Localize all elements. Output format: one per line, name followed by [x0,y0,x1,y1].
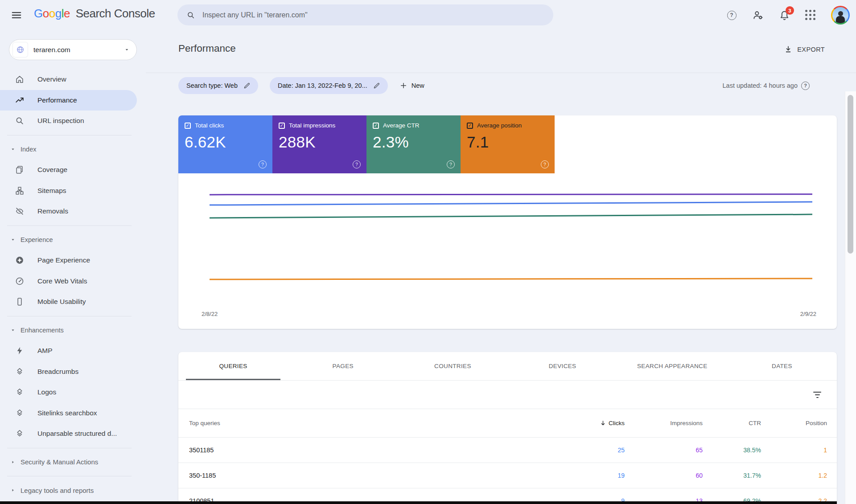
dimension-tabs: QUERIES PAGES COUNTRIES DEVICES SEARCH A… [178,352,837,381]
google-apps-button[interactable] [805,9,816,21]
export-button[interactable]: EXPORT [784,45,825,54]
performance-line-chart[interactable] [210,183,812,307]
url-inspect-input[interactable]: Inspect any URL in "teraren.com" [177,4,553,25]
tab-search-appearance[interactable]: SEARCH APPEARANCE [617,352,727,380]
column-header-ctr[interactable]: CTR [703,420,761,426]
clicks-cell: 25 [518,447,625,454]
date-range-chip[interactable]: Date: Jan 13, 2022-Feb 9, 20... [270,77,388,94]
table-row[interactable]: 3501185 25 65 38.5% 1 [178,438,837,463]
tab-queries[interactable]: QUERIES [178,352,288,380]
sidebar-section-index[interactable]: Index [0,139,137,160]
sidebar-item-unparsable-structured-data[interactable]: Unparsable structured d... [0,423,137,444]
divider [7,448,132,448]
sidebar-section-enhancements[interactable]: Enhancements [0,320,137,341]
sidebar-item-url-inspection[interactable]: URL inspection [0,111,137,131]
checkbox-checked-icon[interactable]: ✓ [373,123,379,129]
table-row[interactable]: 350-1185 19 60 31.7% 1.2 [178,463,837,488]
sidebar-item-label: URL inspection [37,117,84,125]
metric-value: 6.62K [185,133,266,151]
sidebar-item-coverage[interactable]: Coverage [0,160,137,180]
logo-suffix: Search Console [76,7,155,20]
impressions-cell: 60 [625,472,703,479]
tab-label: DEVICES [549,363,576,369]
help-icon[interactable]: ? [353,160,361,168]
table-filter-button[interactable] [812,390,822,400]
sidebar-item-overview[interactable]: Overview [0,69,137,90]
page-experience-icon [15,255,25,265]
column-header-top-queries[interactable]: Top queries [189,420,518,426]
sidebar-item-logos[interactable]: Logos [0,382,137,403]
sidebar-item-mobile-usability[interactable]: Mobile Usability [0,291,137,312]
filter-bar: Search type: Web Date: Jan 13, 2022-Feb … [178,73,838,98]
section-label: Experience [21,236,53,243]
metric-card-average-position[interactable]: ✓Average position 7.1 ? [461,115,555,173]
checkbox-checked-icon[interactable]: ✓ [279,123,285,129]
person-gear-icon [752,9,764,21]
sidebar-item-breadcrumbs[interactable]: Breadcrumbs [0,361,137,382]
checkbox-checked-icon[interactable]: ✓ [467,123,473,129]
account-avatar[interactable] [831,6,850,25]
new-filter-button[interactable]: New [399,82,424,90]
position-line [210,279,812,279]
sidebar-item-performance[interactable]: Performance [0,90,137,111]
column-header-position[interactable]: Position [761,420,827,426]
sidebar-item-page-experience[interactable]: Page Experience [0,250,137,271]
sidebar-item-sitelinks-searchbox[interactable]: Sitelinks searchbox [0,403,137,424]
help-icon[interactable]: ? [259,160,267,168]
metric-card-total-clicks[interactable]: ✓Total clicks 6.62K ? [178,115,272,173]
sidebar-item-sitemaps[interactable]: Sitemaps [0,180,137,201]
metric-card-average-ctr[interactable]: ✓Average CTR 2.3% ? [366,115,461,173]
export-label: EXPORT [797,46,825,53]
sort-arrow-down-icon [600,420,606,426]
column-header-impressions[interactable]: Impressions [625,420,703,426]
tab-pages[interactable]: PAGES [288,352,398,380]
search-icon [15,116,25,126]
help-button[interactable]: ? [726,9,737,21]
chevron-right-icon [10,487,16,493]
metric-label: Average position [477,122,522,129]
app-logo[interactable]: Google Search Console [34,7,155,20]
search-type-chip[interactable]: Search type: Web [178,77,258,94]
sidebar-item-removals[interactable]: Removals [0,201,137,222]
sidebar-item-core-web-vitals[interactable]: Core Web Vitals [0,271,137,292]
scrollbar-thumb[interactable] [848,95,853,254]
help-icon[interactable]: ? [541,160,549,168]
notifications-button[interactable]: 3 [778,9,790,21]
column-header-label: CTR [749,420,761,426]
sidebar-item-label: Removals [37,207,68,215]
logo-letter: e [64,7,70,20]
tab-label: DATES [772,363,792,369]
property-selector[interactable]: teraren.com [9,39,137,60]
sidebar-section-legacy-tools[interactable]: Legacy tools and reports [0,480,137,501]
divider [7,225,132,226]
column-header-clicks[interactable]: Clicks [518,420,625,426]
chevron-down-icon [10,146,16,152]
globe-icon [16,45,25,54]
column-header-label: Position [806,420,827,426]
help-icon[interactable]: ? [447,160,455,168]
scrollbar-track[interactable] [845,91,856,504]
divider [7,135,132,135]
sidebar-item-label: Logos [37,388,56,396]
sitemap-icon [15,186,25,196]
help-icon: ? [727,11,737,20]
performance-chart-card: ✓Total clicks 6.62K ? ✓Total impressions… [178,115,837,329]
tab-label: QUERIES [219,363,247,369]
pages-icon [15,165,25,175]
sidebar-item-amp[interactable]: AMP [0,340,137,361]
checkbox-checked-icon[interactable]: ✓ [185,123,191,129]
sidebar-item-label: Coverage [37,166,67,174]
tab-devices[interactable]: DEVICES [508,352,617,380]
sidebar-item-label: Core Web Vitals [37,277,87,285]
manage-users-button[interactable] [752,9,764,21]
menu-icon[interactable] [11,9,22,21]
sidebar-section-experience[interactable]: Experience [0,229,137,250]
tab-dates[interactable]: DATES [727,352,837,380]
divider [7,476,132,476]
layers-icon [15,387,25,397]
metric-card-total-impressions[interactable]: ✓Total impressions 288K ? [272,115,366,173]
sidebar-section-security-manual-actions[interactable]: Security & Manual Actions [0,452,137,473]
help-icon[interactable]: ? [801,82,810,90]
tab-countries[interactable]: COUNTRIES [398,352,507,380]
clicks-line [210,202,812,205]
